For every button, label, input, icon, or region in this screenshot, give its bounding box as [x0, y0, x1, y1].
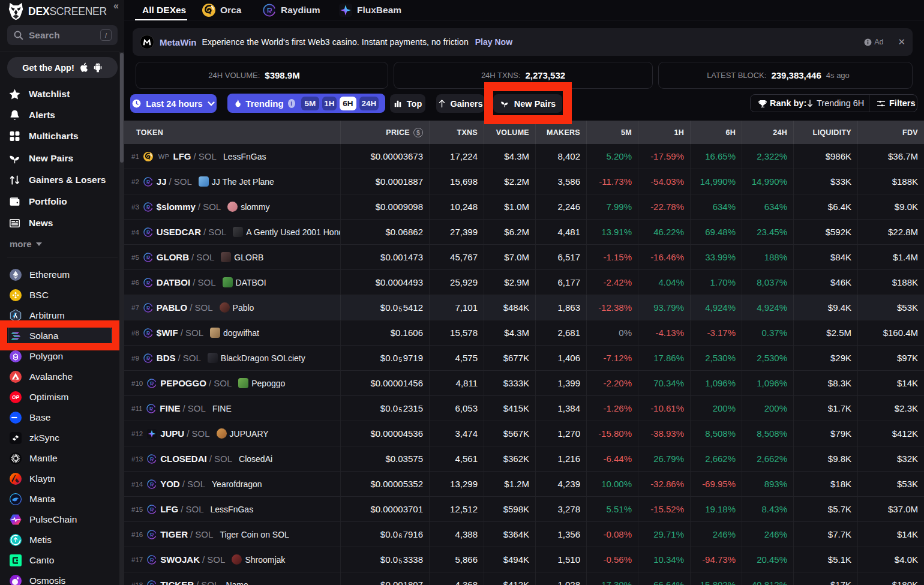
svg-text:OP: OP — [12, 395, 19, 400]
